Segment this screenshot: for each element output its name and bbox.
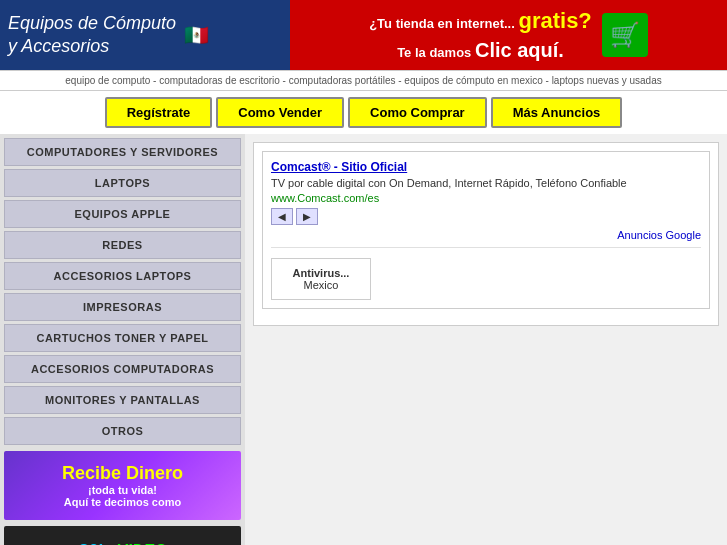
ad-navigation: ◀ ▶ <box>271 208 701 225</box>
nav-bar: Regístrate Como Vender Como Comprar Más … <box>0 91 727 134</box>
sidebar-item-laptops[interactable]: LAPTOPS <box>4 169 241 197</box>
como-comprar-button[interactable]: Como Comprar <box>348 97 487 128</box>
content-area: Comcast® - Sitio Oficial TV por cable di… <box>245 134 727 545</box>
sidebar-item-accesorios-computadoras[interactable]: ACCESORIOS COMPUTADORAS <box>4 355 241 383</box>
ads-google-label: Anuncios Google <box>271 229 701 241</box>
header-logo: Equipos de Cómputo y Accesorios 🇲🇽 <box>0 0 290 70</box>
sidebar-item-computadores[interactable]: COMPUTADORES Y SERVIDORES <box>4 138 241 166</box>
sidebar-item-impresoras[interactable]: IMPRESORAS <box>4 293 241 321</box>
ad-forward-button[interactable]: ▶ <box>296 208 318 225</box>
sidebar-banner-video[interactable]: 80's VIDEO <box>4 526 241 545</box>
mas-anuncios-button[interactable]: Más Anuncios <box>491 97 623 128</box>
ad-divider <box>271 247 701 248</box>
sidebar-item-accesorios-laptops[interactable]: ACCESORIOS LAPTOPS <box>4 262 241 290</box>
cart-icon: 🛒 <box>602 13 648 57</box>
secondary-ad-title: Antivirus... <box>280 267 362 279</box>
sidebar-item-redes[interactable]: REDES <box>4 231 241 259</box>
site-title: Equipos de Cómputo y Accesorios <box>8 12 176 59</box>
sidebar-banner-recibe[interactable]: Recibe Dinero ¡toda tu vida! Aquí te dec… <box>4 451 241 520</box>
sidebar-item-apple[interactable]: EQUIPOS APPLE <box>4 200 241 228</box>
ad-title-link[interactable]: Comcast® - Sitio Oficial <box>271 160 407 174</box>
ad-description: TV por cable digital con On Demand, Inte… <box>271 177 701 189</box>
sidebar: COMPUTADORES Y SERVIDORES LAPTOPS EQUIPO… <box>0 134 245 545</box>
secondary-ad[interactable]: Antivirus... Mexico <box>271 258 371 300</box>
secondary-ad-subtitle: Mexico <box>280 279 362 291</box>
header-banner[interactable]: ¿Tu tienda en internet... gratis? Te la … <box>290 0 727 70</box>
main-content: COMPUTADORES Y SERVIDORES LAPTOPS EQUIPO… <box>0 134 727 545</box>
sidebar-item-otros[interactable]: OTROS <box>4 417 241 445</box>
flag-icon: 🇲🇽 <box>184 23 209 47</box>
ad-url: www.Comcast.com/es <box>271 192 701 204</box>
banner-text: ¿Tu tienda en internet... gratis? Te la … <box>369 6 592 65</box>
header: Equipos de Cómputo y Accesorios 🇲🇽 ¿Tu t… <box>0 0 727 70</box>
sidebar-item-monitores[interactable]: MONITORES Y PANTALLAS <box>4 386 241 414</box>
registrate-button[interactable]: Regístrate <box>105 97 213 128</box>
como-vender-button[interactable]: Como Vender <box>216 97 344 128</box>
ad-container: Comcast® - Sitio Oficial TV por cable di… <box>253 142 719 326</box>
breadcrumb: equipo de computo - computadoras de escr… <box>0 70 727 91</box>
main-ad: Comcast® - Sitio Oficial TV por cable di… <box>262 151 710 309</box>
ad-back-button[interactable]: ◀ <box>271 208 293 225</box>
sidebar-item-cartuchos[interactable]: CARTUCHOS TONER Y PAPEL <box>4 324 241 352</box>
